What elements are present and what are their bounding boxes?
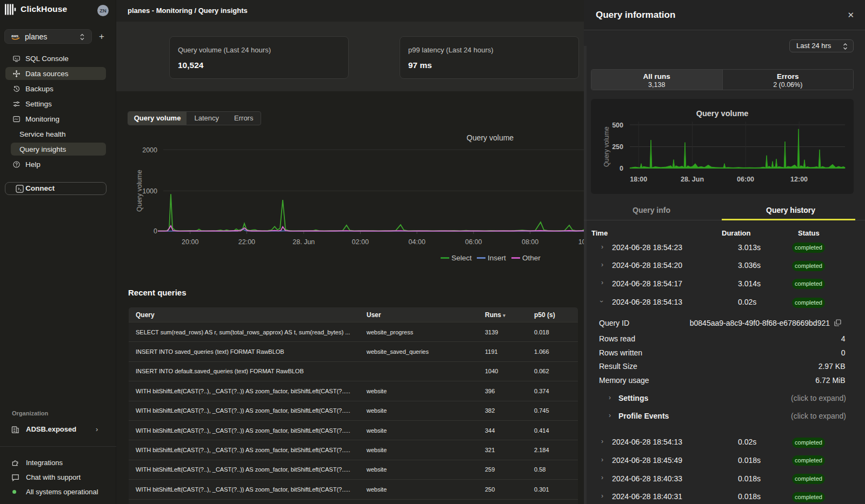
svg-text:22:00: 22:00 — [238, 238, 255, 246]
svg-text:1000: 1000 — [142, 187, 157, 195]
svg-text:aws: aws — [11, 34, 18, 38]
svg-text:Select: Select — [451, 254, 472, 262]
svg-text:28. Jun: 28. Jun — [681, 176, 704, 183]
svg-text:12:00: 12:00 — [790, 176, 808, 183]
svg-text:08:00: 08:00 — [522, 238, 538, 246]
svg-text:Other: Other — [522, 254, 541, 262]
svg-text:28. Jun: 28. Jun — [292, 238, 315, 246]
svg-text:10:00: 10:00 — [578, 238, 584, 246]
svg-text:20:00: 20:00 — [182, 238, 198, 246]
svg-text:0: 0 — [620, 165, 623, 172]
svg-text:06:00: 06:00 — [737, 176, 754, 183]
svg-text:Insert: Insert — [488, 254, 506, 262]
svg-text:06:00: 06:00 — [465, 238, 482, 246]
svg-text:2000: 2000 — [142, 146, 157, 154]
svg-text:500: 500 — [612, 122, 623, 129]
svg-text:02:00: 02:00 — [352, 238, 369, 246]
svg-text:04:00: 04:00 — [409, 238, 425, 246]
svg-text:18:00: 18:00 — [630, 176, 647, 183]
svg-text:0: 0 — [154, 227, 157, 235]
svg-text:250: 250 — [612, 143, 623, 151]
